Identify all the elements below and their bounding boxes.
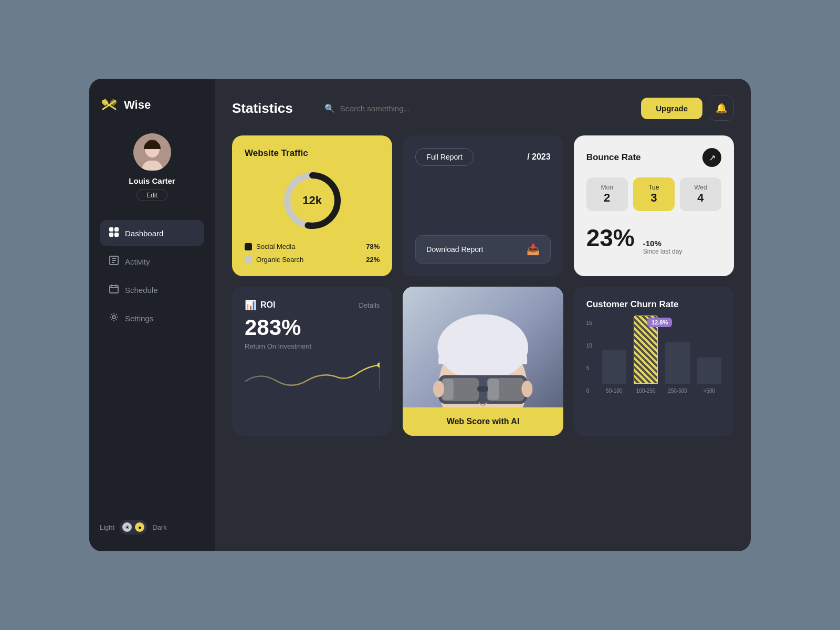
report-top: Full Report / 2023 <box>415 148 550 166</box>
search-input[interactable] <box>340 104 445 113</box>
bounce-stats: 23% -10% Since last day <box>586 224 721 255</box>
settings-icon <box>109 312 119 324</box>
chart-bars: 50-100 100-250 250-500 >500 <box>586 320 721 394</box>
page-title: Statistics <box>232 100 293 117</box>
logo-area: Wise <box>100 96 204 114</box>
churn-chart-area: 15 10 5 0 12.8% 50-100 <box>586 320 721 404</box>
donut-wrap: 12k <box>245 169 380 232</box>
activity-icon <box>109 256 119 267</box>
tue-day: Tue <box>637 184 670 191</box>
legend-social-media: Social Media 78% <box>245 243 380 250</box>
sidebar-item-activity-label: Activity <box>125 257 150 266</box>
dark-label: Dark <box>152 523 166 531</box>
sidebar-item-settings[interactable]: Settings <box>100 305 204 331</box>
roi-bar-icon: 📊 <box>245 299 256 311</box>
profile-area: Louis Carter Edit <box>100 133 204 201</box>
y-label-10: 10 <box>586 343 592 349</box>
bar-group-100-250: 100-250 <box>634 316 658 394</box>
bar-label-50-100: 50-100 <box>606 388 622 394</box>
churn-title: Customer Churn Rate <box>586 299 721 310</box>
svg-point-17 <box>112 316 116 319</box>
logo-icon <box>100 96 119 114</box>
svg-rect-7 <box>109 233 113 237</box>
social-media-value: 78% <box>366 243 380 250</box>
theme-toggle[interactable]: Light ☀ ● Dark <box>100 509 204 534</box>
date-pill-wed[interactable]: Wed 4 <box>680 177 721 211</box>
web-score-button[interactable]: Web Score with AI <box>403 407 563 436</box>
organic-search-label: Organic Search <box>256 256 303 264</box>
date-pills: Mon 2 Tue 3 Wed 4 <box>586 177 721 211</box>
header-actions: Upgrade 🔔 <box>641 96 734 121</box>
bounce-change-value: -10% <box>643 239 682 248</box>
organic-search-value: 22% <box>366 256 380 264</box>
tooltip-arrow <box>657 318 663 321</box>
sun-icon: ☀ <box>122 522 132 532</box>
svg-rect-2 <box>110 99 117 106</box>
bar-250-500 <box>665 342 689 384</box>
bounce-percent: 23% <box>586 224 635 252</box>
svg-rect-13 <box>110 286 118 293</box>
social-media-dot <box>245 243 252 250</box>
y-axis: 15 10 5 0 <box>586 320 592 394</box>
roi-sparkline <box>245 361 380 392</box>
bounce-header: Bounce Rate ↗ <box>586 148 721 167</box>
svg-rect-5 <box>109 227 113 232</box>
full-report-button[interactable]: Full Report <box>415 148 473 166</box>
wed-day: Wed <box>684 184 717 191</box>
y-label-5: 5 <box>586 365 592 371</box>
moon-icon: ● <box>135 522 144 532</box>
sidebar-item-settings-label: Settings <box>125 314 153 323</box>
date-pill-tue[interactable]: Tue 3 <box>633 177 675 211</box>
bell-icon: 🔔 <box>716 102 727 114</box>
svg-rect-8 <box>114 233 119 237</box>
organic-search-dot <box>245 256 252 264</box>
roi-label: Return On Investment <box>245 342 380 350</box>
bounce-title: Bounce Rate <box>586 152 641 163</box>
y-label-0: 0 <box>586 388 592 394</box>
roi-details-link[interactable]: Details <box>359 301 380 309</box>
download-report-button[interactable]: Download Report 📥 <box>415 235 550 264</box>
mon-day: Mon <box>591 184 624 191</box>
nav-items: Dashboard Activity <box>100 220 204 509</box>
bounce-rate-external-link[interactable]: ↗ <box>702 148 721 167</box>
svg-rect-6 <box>114 227 119 232</box>
app-container: Wise Louis Carter Edit <box>89 79 751 551</box>
web-score-card: Web Score with AI <box>403 287 563 436</box>
notification-button[interactable]: 🔔 <box>709 96 734 121</box>
sidebar-item-dashboard-label: Dashboard <box>125 229 163 238</box>
tue-num: 3 <box>637 191 670 205</box>
bar-500plus <box>697 358 721 384</box>
y-label-15: 15 <box>586 320 592 326</box>
website-traffic-card: Website Traffic 12k <box>232 135 392 276</box>
svg-rect-1 <box>101 99 109 106</box>
churn-rate-card: Customer Churn Rate 15 10 5 0 12.8% <box>574 287 734 436</box>
sidebar-item-activity[interactable]: Activity <box>100 248 204 275</box>
sidebar-item-schedule[interactable]: Schedule <box>100 277 204 303</box>
svg-point-20 <box>377 362 380 368</box>
bounce-rate-card: Bounce Rate ↗ Mon 2 Tue 3 Wed 4 <box>574 135 734 276</box>
download-report-label: Download Report <box>426 245 483 254</box>
report-card: Full Report / 2023 Download Report 📥 <box>403 135 563 276</box>
svg-rect-31 <box>443 379 454 400</box>
roi-card: 📊 ROI Details 283% Return On Investment <box>232 287 392 436</box>
svg-rect-30 <box>477 386 488 392</box>
dashboard-icon <box>109 227 119 239</box>
upgrade-button[interactable]: Upgrade <box>641 98 702 119</box>
svg-point-34 <box>522 381 533 397</box>
mon-num: 2 <box>591 191 624 205</box>
bar-label-250-500: 250-500 <box>668 388 687 394</box>
donut-container: 12k <box>281 169 344 232</box>
bounce-change-label: Since last day <box>643 248 682 255</box>
traffic-title: Website Traffic <box>245 148 380 159</box>
legend-organic-search: Organic Search 22% <box>245 256 380 264</box>
app-name: Wise <box>124 98 151 112</box>
dashboard-grid: Website Traffic 12k <box>232 135 734 436</box>
theme-toggle-track[interactable]: ☀ ● <box>120 520 147 534</box>
edit-profile-button[interactable]: Edit <box>136 190 167 201</box>
social-media-label: Social Media <box>256 243 295 250</box>
roi-title-wrap: 📊 ROI <box>245 299 275 311</box>
report-year: / 2023 <box>527 152 550 162</box>
sidebar-item-schedule-label: Schedule <box>125 286 158 295</box>
sidebar-item-dashboard[interactable]: Dashboard <box>100 220 204 246</box>
date-pill-mon[interactable]: Mon 2 <box>586 177 628 211</box>
